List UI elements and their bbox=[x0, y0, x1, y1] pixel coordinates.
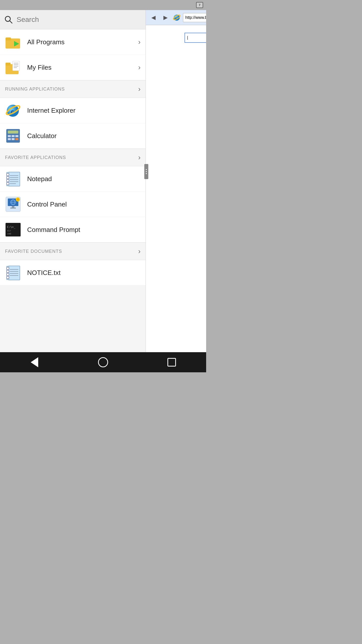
section-favorite-docs[interactable]: FAVORITE DOCUMENTS › bbox=[0, 243, 146, 260]
browser-content bbox=[146, 25, 206, 352]
running-apps-label: RUNNING APPLICATIONS bbox=[5, 87, 138, 92]
favorite-apps-chevron: › bbox=[138, 153, 141, 162]
favorite-docs-chevron: › bbox=[138, 247, 141, 255]
my-files-label: My Files bbox=[27, 64, 138, 71]
nav-back-icon bbox=[31, 357, 38, 367]
main-container: All Programs › My Files › RUNNING A bbox=[0, 10, 206, 352]
notice-txt-label: NOTICE.txt bbox=[27, 269, 141, 277]
svg-point-28 bbox=[7, 182, 9, 185]
divider-handle[interactable] bbox=[144, 164, 148, 179]
svg-rect-45 bbox=[16, 199, 17, 200]
svg-text:cmd: cmd bbox=[7, 232, 11, 235]
svg-rect-46 bbox=[19, 199, 20, 200]
calculator-icon bbox=[5, 128, 21, 144]
svg-text:C:\>_: C:\>_ bbox=[7, 225, 15, 229]
nav-home-icon bbox=[98, 357, 108, 367]
svg-point-55 bbox=[7, 273, 9, 276]
nav-recent-button[interactable] bbox=[164, 355, 179, 370]
ie-icon: e bbox=[5, 102, 21, 118]
menu-item-notice-txt[interactable]: NOTICE.txt bbox=[0, 260, 146, 286]
svg-rect-3 bbox=[6, 37, 11, 41]
browser-toolbar: ◀ ▶ e bbox=[146, 10, 206, 25]
ie-label: Internet Explorer bbox=[27, 107, 141, 114]
cmd-label: Command Prompt bbox=[27, 226, 141, 234]
svg-rect-37 bbox=[10, 208, 16, 209]
svg-rect-17 bbox=[8, 135, 11, 137]
notice-txt-icon bbox=[5, 265, 21, 281]
all-programs-label: All Programs bbox=[27, 38, 138, 46]
browser-search-field[interactable] bbox=[185, 33, 206, 43]
svg-rect-36 bbox=[12, 206, 14, 208]
status-bar: 7 bbox=[0, 0, 206, 10]
browser-url-input[interactable] bbox=[183, 13, 206, 22]
menu-item-internet-explorer[interactable]: e Internet Explorer bbox=[0, 98, 146, 123]
browser-ie-icon: e bbox=[173, 14, 181, 22]
my-files-icon bbox=[5, 59, 21, 75]
battery-level: 7 bbox=[199, 4, 200, 7]
battery-icon: 7 bbox=[196, 2, 203, 8]
svg-rect-44 bbox=[17, 200, 18, 202]
menu-item-notepad[interactable]: Notepad bbox=[0, 166, 146, 192]
menu-item-control-panel[interactable]: Control Panel bbox=[0, 192, 146, 217]
svg-point-26 bbox=[7, 176, 9, 179]
nav-recent-icon bbox=[167, 358, 176, 367]
nav-back-button[interactable] bbox=[27, 355, 42, 370]
control-panel-icon bbox=[5, 196, 21, 212]
svg-rect-22 bbox=[15, 138, 18, 140]
svg-rect-21 bbox=[12, 138, 15, 140]
browser-back-button[interactable]: ◀ bbox=[148, 12, 159, 23]
nav-bar bbox=[0, 352, 206, 372]
svg-rect-18 bbox=[12, 135, 15, 137]
nav-home-button[interactable] bbox=[96, 355, 111, 370]
search-bar[interactable] bbox=[0, 10, 146, 29]
svg-rect-19 bbox=[15, 135, 18, 137]
favorite-apps-label: FAVORITE APPLICATIONS bbox=[5, 155, 138, 160]
section-favorite-apps[interactable]: FAVORITE APPLICATIONS › bbox=[0, 149, 146, 166]
section-running-apps[interactable]: RUNNING APPLICATIONS › bbox=[0, 80, 146, 98]
svg-rect-51 bbox=[8, 266, 20, 280]
browser-forward-button[interactable]: ▶ bbox=[160, 12, 171, 23]
search-input[interactable] bbox=[17, 16, 142, 24]
browser-panel: ◀ ▶ e bbox=[146, 10, 206, 352]
svg-rect-43 bbox=[17, 197, 18, 198]
svg-point-42 bbox=[17, 198, 19, 201]
svg-point-27 bbox=[7, 179, 9, 182]
divider-dot-3 bbox=[146, 173, 147, 174]
start-menu-panel: All Programs › My Files › RUNNING A bbox=[0, 10, 146, 352]
control-panel-label: Control Panel bbox=[27, 200, 141, 208]
menu-item-my-files[interactable]: My Files › bbox=[0, 55, 146, 80]
menu-item-calculator[interactable]: Calculator bbox=[0, 123, 146, 149]
favorite-docs-label: FAVORITE DOCUMENTS bbox=[5, 249, 138, 254]
svg-rect-6 bbox=[6, 63, 11, 66]
search-icon bbox=[4, 15, 13, 24]
menu-item-command-prompt[interactable]: C:\>_ dir cmd Command Prompt bbox=[0, 217, 146, 243]
my-files-chevron: › bbox=[138, 63, 141, 71]
notepad-label: Notepad bbox=[27, 175, 141, 183]
all-programs-icon bbox=[5, 34, 21, 50]
calculator-label: Calculator bbox=[27, 132, 141, 140]
svg-point-54 bbox=[7, 270, 9, 273]
svg-rect-20 bbox=[8, 138, 11, 140]
svg-rect-16 bbox=[8, 131, 18, 134]
divider-dot-1 bbox=[146, 169, 147, 170]
running-apps-chevron: › bbox=[138, 85, 141, 93]
svg-point-53 bbox=[7, 267, 9, 270]
svg-point-56 bbox=[7, 276, 9, 279]
menu-item-all-programs[interactable]: All Programs › bbox=[0, 29, 146, 55]
divider-dot-2 bbox=[146, 171, 147, 172]
svg-point-25 bbox=[7, 173, 9, 176]
svg-rect-23 bbox=[8, 172, 20, 186]
cmd-icon: C:\>_ dir cmd bbox=[5, 222, 21, 238]
svg-text:dir: dir bbox=[7, 229, 11, 232]
notepad-icon bbox=[5, 171, 21, 187]
svg-line-1 bbox=[10, 21, 12, 23]
all-programs-chevron: › bbox=[138, 38, 141, 46]
